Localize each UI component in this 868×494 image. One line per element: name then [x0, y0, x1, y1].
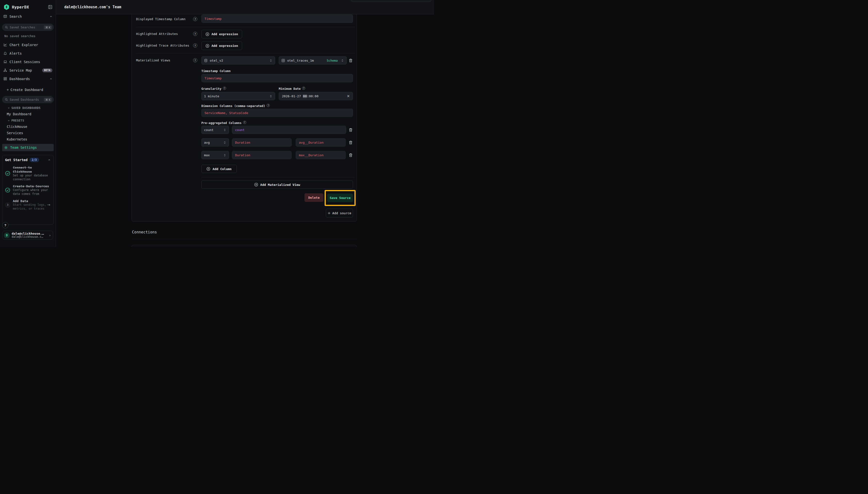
- dimension-columns-input[interactable]: ServiceName, StatusCode: [201, 109, 353, 117]
- trash-icon: [349, 128, 353, 132]
- gear-icon: [4, 146, 8, 150]
- select-value: count: [204, 128, 213, 132]
- sidebar: HyperDX Search Saved Searches ⌘ K No sav…: [0, 0, 56, 247]
- schema-link[interactable]: Schema: [327, 59, 338, 62]
- delete-source-button[interactable]: Delete: [305, 193, 323, 202]
- help-icon[interactable]: ?: [302, 87, 305, 90]
- aggregate-fn-select[interactable]: max: [201, 151, 229, 159]
- aggregate-alias-input[interactable]: max__Duration: [296, 151, 346, 159]
- page-title: dale@clickhouse.com's Team: [64, 5, 121, 9]
- help-icon[interactable]: ?: [243, 121, 246, 124]
- step-connect-clickhouse[interactable]: Connect to ClickHouse Set up your databa…: [5, 166, 51, 181]
- add-column-button[interactable]: Add Column: [201, 165, 237, 173]
- sidebar-item-team-settings[interactable]: Team Settings: [2, 144, 54, 151]
- clear-date-button[interactable]: ×: [347, 94, 350, 98]
- step-number-icon: 3: [5, 202, 10, 207]
- sidebar-item-dashboards[interactable]: Dashboards: [0, 75, 56, 83]
- add-materialized-view-button[interactable]: Add Materialized View: [201, 180, 353, 189]
- table-select[interactable]: otel_traces_1m Schema: [279, 56, 347, 64]
- select-value: otel_v2: [210, 59, 223, 62]
- collapse-sidebar-button[interactable]: [48, 5, 52, 9]
- granularity-select[interactable]: 1 minute: [201, 92, 275, 100]
- aggregate-expression-input[interactable]: count: [232, 126, 346, 134]
- input-value: max__Duration: [299, 153, 324, 157]
- group-label: SAVED DASHBOARDS: [12, 106, 40, 110]
- step-desc: Start sending logs, metrics, or traces: [13, 203, 51, 211]
- get-started-header[interactable]: Get Started 2/3: [5, 158, 51, 162]
- add-expression-button[interactable]: Add expression: [201, 30, 242, 38]
- saved-dashboards-input[interactable]: Saved Dashboards ⌘ K: [2, 96, 54, 103]
- mv-timestamp-input[interactable]: Timestamp: [201, 74, 353, 82]
- search-icon: [5, 26, 8, 29]
- main-content: Displayed Timestamp Column ? Timestamp H…: [56, 14, 434, 247]
- aggregate-fn-select[interactable]: count: [201, 126, 229, 134]
- saved-searches-input[interactable]: Saved Searches ⌘ K: [2, 24, 54, 31]
- create-dashboard-button[interactable]: Create Dashboard: [0, 86, 56, 94]
- sidebar-item-search[interactable]: Search: [0, 12, 56, 21]
- user-menu[interactable]: D dale@clickhouse.… dale@clickhouse.c… ›: [2, 231, 53, 240]
- step-title: Create Data Sources: [13, 184, 51, 188]
- help-icon[interactable]: ?: [267, 104, 270, 107]
- saved-dashboards-placeholder: Saved Dashboards: [10, 98, 42, 101]
- chevron-up-icon[interactable]: [50, 15, 52, 18]
- chevron-up-icon[interactable]: [50, 77, 52, 80]
- get-started-card: Get Started 2/3 Connect to ClickHouse Se…: [2, 155, 54, 225]
- hyperdx-logo-icon: [3, 4, 10, 10]
- table-icon: [282, 59, 285, 62]
- sidebar-nav: Chart Explorer Alerts Client Sessions Se…: [0, 40, 56, 83]
- aggregate-expression-input[interactable]: Duration: [232, 151, 292, 159]
- aggregate-alias-input[interactable]: avg__Duration: [296, 138, 346, 147]
- sidebar-item-alerts[interactable]: Alerts: [0, 49, 56, 57]
- button-label: Add expression: [212, 44, 238, 48]
- sidebar-item-client-sessions[interactable]: Client Sessions: [0, 57, 56, 66]
- step-desc: Set up your database connection: [13, 174, 51, 181]
- select-value: max: [204, 153, 210, 157]
- step-create-data-sources[interactable]: Create Data Sources Configure where your…: [5, 184, 51, 196]
- sidebar-item-my-dashboard[interactable]: My Dashboard: [0, 111, 56, 117]
- delete-column-button[interactable]: [348, 153, 353, 158]
- delete-materialized-view-button[interactable]: [348, 58, 353, 63]
- aggregate-fn-select[interactable]: avg: [201, 138, 229, 147]
- search-page-icon: [3, 15, 7, 18]
- input-value: Duration: [235, 141, 250, 145]
- help-icon[interactable]: ?: [193, 43, 197, 48]
- add-source-button[interactable]: Add source: [326, 209, 353, 217]
- minimum-date-input[interactable]: 2026-01-27 00:00:00 ×: [279, 92, 353, 100]
- sidebar-item-kubernetes[interactable]: Kubernetes: [0, 136, 56, 142]
- help-icon[interactable]: ?: [193, 58, 197, 62]
- chevron-right-icon: ›: [49, 233, 51, 237]
- step-add-data[interactable]: 3 Add Data Start sending logs, metrics, …: [5, 199, 51, 211]
- preset-label: Services: [7, 131, 23, 135]
- save-source-button[interactable]: Save Source: [327, 194, 353, 202]
- chevron-up-icon[interactable]: [48, 158, 51, 162]
- plus-circle-icon: [206, 44, 209, 48]
- sidebar-item-label: Dashboards: [9, 77, 30, 81]
- database-select[interactable]: otel_v2: [201, 56, 275, 64]
- help-icon[interactable]: ?: [193, 17, 197, 21]
- sidebar-item-services[interactable]: Services: [0, 130, 56, 136]
- avatar: D: [4, 232, 10, 238]
- help-icon[interactable]: ?: [193, 32, 197, 36]
- delete-column-button[interactable]: [348, 140, 353, 145]
- plus-icon: [328, 212, 331, 215]
- field-label: Highlighted Trace Attributes: [136, 43, 189, 48]
- help-icon[interactable]: ?: [223, 87, 226, 90]
- sidebar-item-clickhouse[interactable]: ClickHouse: [0, 124, 56, 130]
- group-presets[interactable]: PRESETS: [0, 118, 56, 124]
- check-circle-icon: [5, 171, 10, 176]
- displayed-timestamp-input[interactable]: Timestamp: [201, 15, 353, 23]
- preset-label: ClickHouse: [7, 125, 27, 129]
- delete-column-button[interactable]: [348, 127, 353, 132]
- input-value: count: [235, 128, 245, 132]
- plus-icon: [6, 88, 9, 91]
- sidebar-item-service-map[interactable]: Service Map BETA: [0, 66, 56, 75]
- beta-badge: BETA: [42, 69, 52, 72]
- group-saved-dashboards[interactable]: SAVED DASHBOARDS: [0, 105, 56, 111]
- help-button[interactable]: ?: [2, 222, 8, 228]
- select-chevrons-icon: [341, 59, 344, 62]
- service-map-icon: [3, 69, 7, 72]
- add-expression-button[interactable]: Add expression: [201, 41, 242, 50]
- sidebar-item-chart-explorer[interactable]: Chart Explorer: [0, 40, 56, 49]
- field-label: Highlighted Attributes: [136, 32, 178, 36]
- aggregate-expression-input[interactable]: Duration: [232, 138, 292, 147]
